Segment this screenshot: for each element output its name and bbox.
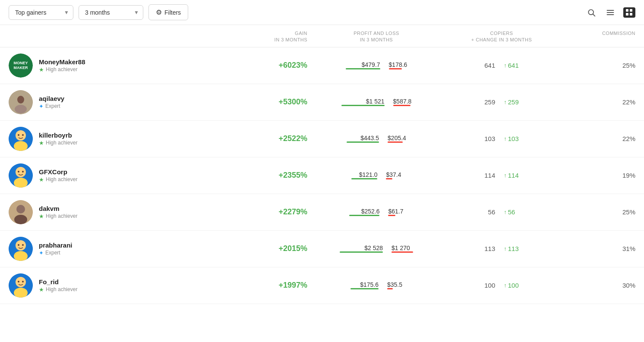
column-header-pnl: PROFIT AND LOSS in 3 months	[307, 30, 445, 44]
badge-label: High achiever	[46, 140, 77, 146]
loss-bar	[388, 215, 395, 216]
trader-name: aqilaevy	[39, 95, 64, 102]
trader-name: GFXCorp	[39, 168, 77, 176]
profit-amount: $443.5	[347, 135, 379, 141]
table-row[interactable]: prabharani ✦ Expert +2015% $2 528 $1 270…	[0, 231, 644, 267]
table-header: GAIN in 3 months PROFIT AND LOSS in 3 mo…	[0, 27, 644, 47]
badge-icon: ★	[39, 213, 44, 220]
copiers-change: ↑ 100	[504, 282, 519, 289]
svg-point-33	[18, 281, 19, 282]
profit-amount: $479.7	[346, 61, 380, 68]
copiers-cell: 641 ↑ 641	[445, 62, 558, 69]
pnl-loss: $178.6	[389, 61, 407, 69]
badge-icon: ✦	[39, 103, 44, 110]
loss-amount: $587.8	[393, 98, 412, 105]
copiers-cell: 259 ↑ 259	[445, 98, 558, 106]
avatar	[9, 163, 33, 188]
copiers-change-value: 114	[508, 172, 519, 179]
profit-amount: $175.6	[350, 281, 379, 288]
header-icons	[585, 6, 635, 19]
pnl-profit: $479.7	[346, 61, 380, 69]
loss-amount: $61.7	[388, 208, 403, 215]
gain-cell: +5300%	[230, 97, 307, 107]
avatar	[9, 200, 33, 224]
commission-cell: 22%	[558, 98, 635, 106]
copiers-total: 100	[484, 282, 495, 289]
table-row[interactable]: killerboyrb ★ High achiever +2522% $443.…	[0, 121, 644, 157]
gain-cell: +2015%	[230, 244, 307, 253]
sort-dropdown[interactable]: Top gainers Top copiers Newest	[9, 5, 73, 20]
copiers-cell: 103 ↑ 103	[445, 135, 558, 142]
copiers-change-value: 641	[508, 62, 519, 69]
copiers-change: ↑ 114	[504, 172, 519, 179]
pnl-cell: $1 521 $587.8	[307, 98, 445, 106]
trader-name-block: Fo_rid ★ High achiever	[39, 278, 77, 293]
filters-button[interactable]: ⚙ Filters	[148, 4, 188, 20]
search-button[interactable]	[585, 6, 597, 19]
column-header-gain: GAIN in 3 months	[230, 30, 307, 44]
avatar	[9, 273, 33, 298]
copiers-total: 113	[484, 245, 495, 252]
trader-name-block: prabharani ✦ Expert	[39, 242, 73, 256]
avatar: MONEYMAKER	[9, 53, 33, 78]
profit-amount: $121.0	[351, 171, 377, 178]
profit-amount: $2 528	[340, 245, 383, 251]
pnl-profit: $121.0	[351, 171, 377, 179]
trader-name: dakvm	[39, 205, 77, 212]
loss-bar	[387, 288, 393, 289]
menu-button[interactable]	[604, 6, 616, 19]
copiers-total: 56	[488, 208, 496, 216]
pnl-profit: $175.6	[350, 281, 379, 289]
trader-name-block: aqilaevy ✦ Expert	[39, 95, 64, 110]
badge-icon: ★	[39, 286, 44, 293]
badge-label: Expert	[45, 250, 60, 256]
loss-amount: $35.5	[387, 281, 402, 288]
table-row[interactable]: dakvm ★ High achiever +2279% $252.6 $61.…	[0, 194, 644, 231]
copiers-up-icon: ↑	[504, 99, 507, 105]
time-dropdown[interactable]: 3 months 1 month 6 months 1 year	[79, 5, 143, 20]
avatar	[9, 90, 33, 114]
copiers-change: ↑ 259	[504, 98, 519, 106]
trader-info: killerboyrb ★ High achiever	[9, 127, 230, 151]
profit-amount: $1 521	[341, 98, 385, 105]
trader-name: Fo_rid	[39, 278, 77, 286]
grid-view-button[interactable]	[623, 7, 635, 18]
profit-bar	[347, 141, 379, 143]
table-row[interactable]: GFXCorp ★ High achiever +2355% $121.0 $3…	[0, 157, 644, 194]
copiers-change-value: 56	[508, 208, 515, 216]
commission-cell: 22%	[558, 135, 635, 142]
copiers-change: ↑ 641	[504, 62, 519, 69]
svg-point-11	[15, 105, 27, 113]
table-row[interactable]: aqilaevy ✦ Expert +5300% $1 521 $587.8 2…	[0, 84, 644, 121]
profit-bar	[341, 105, 385, 106]
svg-rect-8	[630, 13, 632, 16]
badge-icon: ★	[39, 176, 44, 183]
svg-point-23	[16, 205, 25, 213]
svg-point-31	[16, 277, 26, 287]
pnl-loss: $587.8	[393, 98, 412, 106]
table-row[interactable]: MONEYMAKER MoneyMaker88 ★ High achiever …	[0, 47, 644, 84]
svg-point-34	[22, 281, 24, 282]
copiers-total: 259	[484, 98, 495, 106]
trader-name-block: GFXCorp ★ High achiever	[39, 168, 77, 183]
svg-point-20	[18, 171, 19, 173]
profit-amount: $252.6	[349, 208, 379, 215]
trader-badge: ★ High achiever	[39, 140, 77, 146]
column-header-copiers: COPIERS + change in 3 months	[445, 30, 558, 44]
badge-icon: ★	[39, 140, 44, 146]
table-row[interactable]: Fo_rid ★ High achiever +1997% $175.6 $35…	[0, 267, 644, 304]
copiers-change-value: 113	[508, 245, 519, 252]
profit-bar	[351, 178, 377, 179]
profit-bar	[346, 68, 380, 69]
svg-rect-7	[626, 13, 628, 16]
trader-name: killerboyrb	[39, 132, 77, 139]
trader-name: prabharani	[39, 242, 73, 249]
copiers-up-icon: ↑	[504, 172, 507, 179]
trader-badge: ★ High achiever	[39, 176, 77, 183]
copiers-up-icon: ↑	[504, 245, 507, 252]
copiers-total: 114	[484, 172, 495, 179]
trader-info: GFXCorp ★ High achiever	[9, 163, 230, 188]
commission-cell: 25%	[558, 62, 635, 69]
pnl-loss: $61.7	[388, 208, 403, 216]
svg-point-21	[22, 171, 24, 173]
